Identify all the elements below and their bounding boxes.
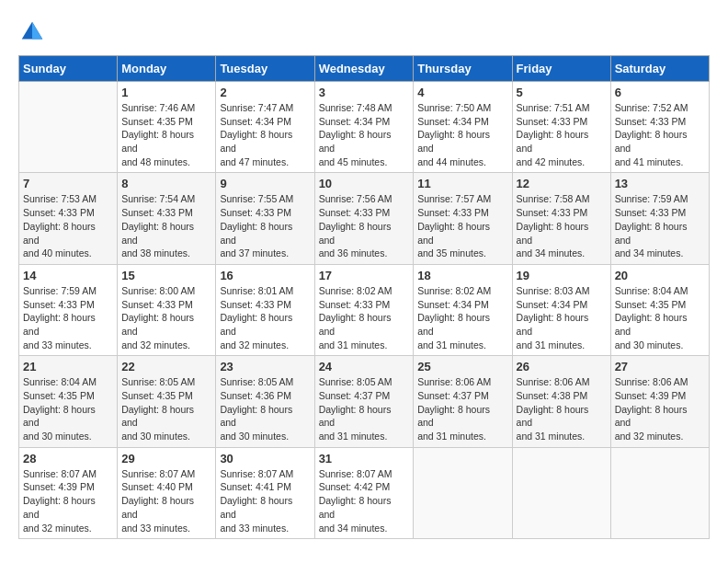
daylight-text-cont: and 34 minutes.	[319, 523, 388, 534]
sunset-text: Sunset: 4:34 PM	[417, 299, 489, 310]
daylight-text: Daylight: 8 hours and	[417, 129, 490, 154]
sunset-text: Sunset: 4:33 PM	[517, 116, 588, 127]
sunset-text: Sunset: 4:33 PM	[319, 299, 391, 310]
daylight-text-cont: and 38 minutes.	[121, 247, 190, 259]
sunrise-text: Sunrise: 8:02 AM	[319, 285, 392, 296]
sunrise-text: Sunrise: 8:06 AM	[615, 376, 688, 387]
day-number: 3	[319, 86, 410, 99]
sunrise-text: Sunrise: 7:53 AM	[23, 193, 97, 204]
day-number: 21	[23, 360, 113, 373]
day-number: 26	[517, 360, 607, 373]
daylight-text: Daylight: 8 hours and	[23, 495, 96, 520]
day-info: Sunrise: 7:54 AMSunset: 4:33 PMDaylight:…	[121, 192, 211, 259]
day-number: 6	[615, 86, 705, 99]
day-info: Sunrise: 7:46 AMSunset: 4:35 PMDaylight:…	[121, 101, 211, 168]
day-info: Sunrise: 7:56 AMSunset: 4:33 PMDaylight:…	[319, 192, 410, 259]
calendar: SundayMondayTuesdayWednesdayThursdayFrid…	[18, 55, 710, 539]
day-number: 15	[121, 269, 211, 282]
day-info: Sunrise: 8:02 AMSunset: 4:34 PMDaylight:…	[417, 284, 507, 351]
sunrise-text: Sunrise: 8:06 AM	[417, 376, 491, 387]
sunset-text: Sunset: 4:39 PM	[23, 481, 95, 492]
daylight-text: Daylight: 8 hours and	[23, 312, 96, 337]
daylight-text-cont: and 31 minutes.	[319, 431, 388, 442]
daylight-text-cont: and 37 minutes.	[220, 247, 289, 259]
daylight-text: Daylight: 8 hours and	[319, 312, 392, 337]
calendar-header-thursday: Thursday	[414, 56, 512, 82]
day-info: Sunrise: 8:07 AMSunset: 4:40 PMDaylight:…	[121, 467, 211, 534]
sunset-text: Sunset: 4:33 PM	[319, 207, 391, 218]
day-number: 20	[615, 269, 705, 282]
daylight-text: Daylight: 8 hours and	[615, 404, 688, 429]
day-info: Sunrise: 7:47 AMSunset: 4:34 PMDaylight:…	[220, 101, 310, 168]
calendar-cell: 4Sunrise: 7:50 AMSunset: 4:34 PMDaylight…	[414, 82, 512, 173]
sunset-text: Sunset: 4:34 PM	[319, 116, 391, 127]
day-info: Sunrise: 8:04 AMSunset: 4:35 PMDaylight:…	[615, 284, 705, 351]
day-number: 11	[417, 177, 507, 190]
day-number: 19	[517, 269, 607, 282]
day-info: Sunrise: 8:05 AMSunset: 4:35 PMDaylight:…	[121, 375, 211, 442]
daylight-text: Daylight: 8 hours and	[417, 404, 490, 429]
sunrise-text: Sunrise: 8:05 AM	[121, 376, 195, 387]
sunset-text: Sunset: 4:34 PM	[517, 299, 588, 310]
calendar-header-tuesday: Tuesday	[216, 56, 314, 82]
calendar-cell: 12Sunrise: 7:58 AMSunset: 4:33 PMDayligh…	[512, 173, 610, 264]
day-info: Sunrise: 8:07 AMSunset: 4:41 PMDaylight:…	[220, 467, 310, 534]
sunset-text: Sunset: 4:35 PM	[23, 390, 95, 401]
calendar-cell: 28Sunrise: 8:07 AMSunset: 4:39 PMDayligh…	[19, 447, 118, 538]
sunset-text: Sunset: 4:34 PM	[417, 116, 489, 127]
sunset-text: Sunset: 4:37 PM	[417, 390, 489, 401]
calendar-week-row: 7Sunrise: 7:53 AMSunset: 4:33 PMDaylight…	[19, 173, 710, 264]
sunset-text: Sunset: 4:33 PM	[417, 207, 489, 218]
day-info: Sunrise: 8:07 AMSunset: 4:42 PMDaylight:…	[319, 467, 410, 534]
sunrise-text: Sunrise: 7:59 AM	[23, 285, 97, 296]
day-number: 8	[121, 177, 211, 190]
calendar-cell: 21Sunrise: 8:04 AMSunset: 4:35 PMDayligh…	[19, 356, 118, 447]
daylight-text-cont: and 31 minutes.	[517, 339, 586, 350]
sunset-text: Sunset: 4:33 PM	[517, 207, 588, 218]
daylight-text-cont: and 31 minutes.	[417, 431, 486, 442]
day-info: Sunrise: 7:59 AMSunset: 4:33 PMDaylight:…	[615, 192, 705, 259]
sunrise-text: Sunrise: 7:52 AM	[615, 102, 688, 113]
sunrise-text: Sunrise: 8:07 AM	[319, 468, 392, 479]
daylight-text-cont: and 40 minutes.	[23, 247, 92, 259]
daylight-text-cont: and 33 minutes.	[23, 339, 92, 350]
daylight-text: Daylight: 8 hours and	[615, 221, 688, 246]
day-number: 22	[121, 360, 211, 373]
day-number: 12	[517, 177, 607, 190]
daylight-text-cont: and 41 minutes.	[615, 156, 684, 167]
day-number: 4	[417, 86, 507, 99]
daylight-text-cont: and 34 minutes.	[615, 247, 684, 259]
daylight-text-cont: and 33 minutes.	[220, 523, 289, 534]
sunset-text: Sunset: 4:33 PM	[121, 207, 193, 218]
daylight-text: Daylight: 8 hours and	[121, 221, 194, 246]
sunset-text: Sunset: 4:33 PM	[615, 207, 687, 218]
day-number: 28	[23, 452, 113, 465]
calendar-cell: 10Sunrise: 7:56 AMSunset: 4:33 PMDayligh…	[314, 173, 414, 264]
day-number: 27	[615, 360, 705, 373]
day-info: Sunrise: 7:59 AMSunset: 4:33 PMDaylight:…	[23, 284, 113, 351]
day-info: Sunrise: 8:04 AMSunset: 4:35 PMDaylight:…	[23, 375, 113, 442]
day-number: 14	[23, 269, 113, 282]
sunrise-text: Sunrise: 8:05 AM	[220, 376, 293, 387]
daylight-text-cont: and 30 minutes.	[23, 431, 92, 442]
sunset-text: Sunset: 4:33 PM	[220, 299, 291, 310]
sunrise-text: Sunrise: 7:50 AM	[417, 102, 491, 113]
calendar-cell	[512, 447, 610, 538]
daylight-text-cont: and 31 minutes.	[517, 431, 586, 442]
day-info: Sunrise: 7:57 AMSunset: 4:33 PMDaylight:…	[417, 192, 507, 259]
sunset-text: Sunset: 4:35 PM	[121, 390, 193, 401]
day-number: 24	[319, 360, 410, 373]
sunrise-text: Sunrise: 7:47 AM	[220, 102, 293, 113]
day-info: Sunrise: 7:51 AMSunset: 4:33 PMDaylight:…	[517, 101, 607, 168]
daylight-text-cont: and 33 minutes.	[121, 523, 190, 534]
daylight-text: Daylight: 8 hours and	[220, 312, 292, 337]
sunrise-text: Sunrise: 7:55 AM	[220, 193, 293, 204]
logo	[18, 18, 51, 46]
day-info: Sunrise: 8:02 AMSunset: 4:33 PMDaylight:…	[319, 284, 410, 351]
calendar-cell: 3Sunrise: 7:48 AMSunset: 4:34 PMDaylight…	[314, 82, 414, 173]
daylight-text-cont: and 32 minutes.	[23, 523, 92, 534]
sunset-text: Sunset: 4:40 PM	[121, 481, 193, 492]
daylight-text: Daylight: 8 hours and	[319, 495, 392, 520]
calendar-cell: 31Sunrise: 8:07 AMSunset: 4:42 PMDayligh…	[314, 447, 414, 538]
day-number: 2	[220, 86, 310, 99]
